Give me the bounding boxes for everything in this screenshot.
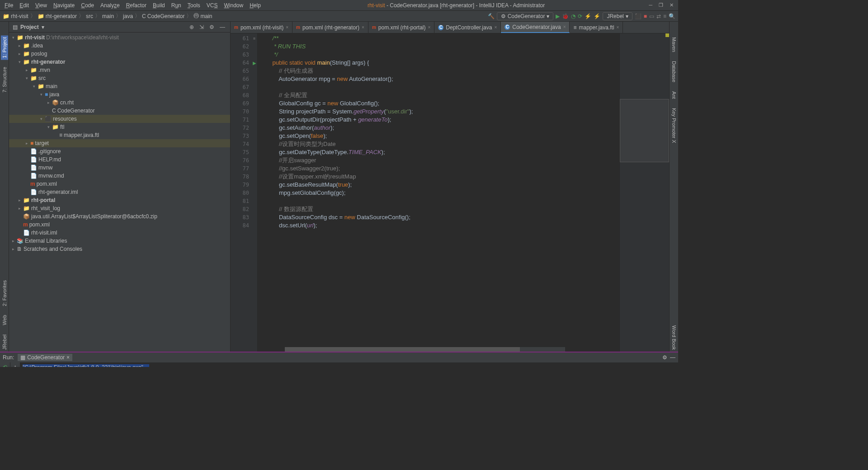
close-icon[interactable]: × <box>428 25 430 30</box>
collapse-icon[interactable]: ⇲ <box>198 24 205 30</box>
debug-button[interactable]: 🐞 <box>562 13 569 19</box>
tree-item[interactable]: ▾📁 src <box>9 74 230 82</box>
hide-icon[interactable]: — <box>218 24 226 30</box>
breadcrumb-node[interactable]: java <box>123 13 133 19</box>
menu-edit[interactable]: Edit <box>17 1 32 9</box>
close-icon[interactable]: × <box>286 25 288 30</box>
menu-code[interactable]: Code <box>78 1 97 9</box>
run-console[interactable]: "C:\Program Files\Java\jdk1.8.0_231\bin\… <box>20 362 678 367</box>
breadcrumb-node[interactable]: 📁 rht-visit <box>3 13 28 19</box>
menu-run[interactable]: Run <box>169 1 184 9</box>
close-icon[interactable]: × <box>362 25 364 30</box>
jrebel-run-icon[interactable]: ⚡ <box>585 13 591 19</box>
code-area[interactable]: /** * RUN THIS */ public static void mai… <box>258 33 619 352</box>
layout-icon[interactable]: ▭ <box>649 13 654 19</box>
editor-tab[interactable]: C DeptController.java × <box>434 22 501 33</box>
editor-tab[interactable]: ≡ mapper.java.ftl × <box>570 22 623 33</box>
tree-item[interactable]: 📦 java.util.ArrayList$ArrayListSpliterat… <box>9 212 230 221</box>
close-button[interactable]: ✕ <box>670 2 674 8</box>
tree-item[interactable]: ▾📁 rht-generator <box>9 58 230 66</box>
menu-tools[interactable]: Tools <box>185 1 203 9</box>
tree-item[interactable]: ▸📁 rht-portal <box>9 196 230 204</box>
tree-item[interactable]: 📄 mvnw.cmd <box>9 172 230 180</box>
strip-structure[interactable]: 7: Structure <box>1 65 8 94</box>
menu-help[interactable]: Help <box>247 1 264 9</box>
jrebel-debug-icon[interactable]: ⚡ <box>594 13 600 19</box>
strip-favorites[interactable]: 2: Favorites <box>1 278 8 308</box>
h-scrollbar[interactable] <box>285 347 565 352</box>
strip-jrebel[interactable]: JRebel <box>1 333 8 352</box>
close-icon[interactable]: × <box>494 25 497 30</box>
breadcrumb-node[interactable]: C CodeGenerator <box>142 13 184 19</box>
tree-item-target[interactable]: ▸■ target <box>9 139 230 147</box>
tree-item[interactable]: ▸📁 .mvn <box>9 66 230 74</box>
breadcrumb-node[interactable]: 📁 rht-generator <box>38 13 77 19</box>
tree-item-selected[interactable]: ▾⬛ resources <box>9 115 230 123</box>
tree-item[interactable]: 📄 .gitignore <box>9 147 230 155</box>
tree-item[interactable]: ▾■ java <box>9 90 230 99</box>
tree-root[interactable]: ▾📁 rht-visit D:\rht\workspace\ideal\rht-… <box>9 33 230 42</box>
editor-tab[interactable]: C CodeGenerator.java × <box>501 22 570 33</box>
menu-analyze[interactable]: Analyze <box>98 1 123 9</box>
search-icon[interactable]: 🔍 <box>669 13 675 19</box>
jrebel-icon[interactable]: ⬛ <box>635 13 642 19</box>
tree-item[interactable]: 📄 rht-generator.iml <box>9 188 230 196</box>
run-config-combo[interactable]: ⚙ CodeGenerator ▾ <box>497 12 554 20</box>
tree-item[interactable]: ▾📁 main <box>9 82 230 90</box>
jrebel-combo[interactable]: JRebel ▾ <box>603 12 632 20</box>
menu-build[interactable]: Build <box>150 1 168 9</box>
profile-button[interactable]: ⟳ <box>578 13 582 19</box>
minimap[interactable] <box>619 33 669 352</box>
tree-item[interactable]: 📄 HELP.md <box>9 155 230 164</box>
tree-item[interactable]: m pom.xml <box>9 180 230 188</box>
strip-ant[interactable]: Ant <box>670 89 678 101</box>
target-icon[interactable]: ⊕ <box>188 24 195 30</box>
strip-database[interactable]: Database <box>670 59 678 84</box>
close-icon[interactable]: × <box>563 24 566 29</box>
menu-file[interactable]: File <box>2 1 16 9</box>
tree-item[interactable]: C CodeGenerator <box>9 107 230 115</box>
strip-maven[interactable]: Maven <box>670 35 678 54</box>
maximize-button[interactable]: ❐ <box>659 2 663 8</box>
rerun-icon[interactable]: ⟲ <box>3 364 7 367</box>
breadcrumb-node[interactable]: src <box>86 13 93 19</box>
run-tab[interactable]: ▦ CodeGenerator × <box>18 354 72 361</box>
menu-view[interactable]: View <box>33 1 50 9</box>
run-gear-icon[interactable]: ⚙ <box>662 354 667 361</box>
menu-vcs[interactable]: VCS <box>204 1 221 9</box>
build-icon[interactable]: 🔨 <box>488 13 495 19</box>
breadcrumb-node[interactable]: ⓜ main <box>193 12 212 20</box>
strip-web[interactable]: Web <box>1 313 8 327</box>
run-button[interactable]: ▶ <box>556 13 560 19</box>
close-icon[interactable]: × <box>617 25 619 30</box>
tree-item[interactable]: ≡ mapper.java.ftl <box>9 131 230 139</box>
tree-item[interactable]: m pom.xml <box>9 221 230 229</box>
git-icon[interactable]: ⇄ <box>656 13 661 19</box>
gear-icon[interactable]: ⚙ <box>208 24 216 30</box>
tree-item[interactable]: ▸📁 poslog <box>9 50 230 58</box>
coverage-button[interactable]: ◔ <box>571 13 576 19</box>
tree-item[interactable]: 📄 rht-visit.iml <box>9 229 230 237</box>
tree-external-libs[interactable]: ▸📚 External Libraries <box>9 237 230 245</box>
menu-refactor[interactable]: Refactor <box>123 1 149 9</box>
tree-item[interactable]: 📄 mvnw <box>9 164 230 172</box>
tree-item[interactable]: ▸📁 .idea <box>9 42 230 50</box>
tree-item[interactable]: ▸📦 cn.rht <box>9 99 230 107</box>
strip-project[interactable]: 1: Project <box>1 35 8 60</box>
minimap-viewport[interactable] <box>620 99 669 162</box>
tree-item[interactable]: ▸📁 rht_visit_log <box>9 204 230 212</box>
tree-scratches[interactable]: ▸🗎 Scratches and Consoles <box>9 245 230 253</box>
breadcrumb-node[interactable]: main <box>102 13 114 19</box>
tree-item[interactable]: ▾📁 ftl <box>9 123 230 131</box>
strip-wordbook[interactable]: Word Book <box>670 324 678 352</box>
structure-icon[interactable]: ≡ <box>663 13 666 19</box>
up-icon[interactable]: ↑ <box>14 364 17 367</box>
project-tree[interactable]: ▾📁 rht-visit D:\rht\workspace\ideal\rht-… <box>9 33 230 352</box>
editor-tab[interactable]: m pom.xml (rht-visit) × <box>231 22 292 33</box>
stop-button[interactable]: ■ <box>644 13 647 19</box>
minimize-button[interactable]: ─ <box>649 2 652 8</box>
editor-tab[interactable]: m pom.xml (rht-portal) × <box>368 22 434 33</box>
menu-navigate[interactable]: Navigate <box>51 1 77 9</box>
menu-window[interactable]: Window <box>221 1 246 9</box>
strip-keypromoter[interactable]: Key Promoter X <box>670 106 678 145</box>
